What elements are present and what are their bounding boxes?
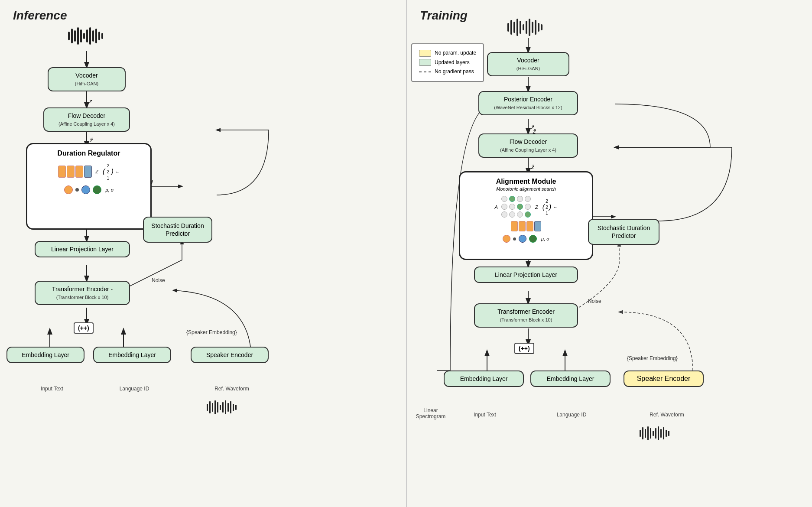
svg-rect-57 (529, 19, 530, 36)
svg-rect-34 (233, 404, 234, 411)
svg-rect-18 (86, 29, 88, 42)
svg-rect-24 (207, 404, 208, 411)
legend-dashed-line (419, 72, 431, 72)
inference-language-id-label: Language ID (100, 386, 169, 392)
training-vocoder: Vocoder (HiFi-GAN) (487, 52, 569, 76)
training-embed2: Embedding Layer (530, 370, 611, 387)
training-transformer-enc: Transformer Encoder (Transformer Block x… (474, 303, 578, 328)
svg-rect-26 (212, 403, 213, 412)
svg-rect-52 (513, 22, 515, 33)
training-noise-label: Noise (588, 298, 601, 304)
svg-rect-53 (516, 19, 518, 36)
training-panel: Training No param. update Updated layers… (407, 0, 812, 507)
svg-rect-21 (95, 29, 97, 43)
svg-rect-54 (520, 21, 521, 34)
inference-waveform-output (67, 25, 106, 51)
inference-transformer-enc: Transformer Encoder - (Transformer Block… (35, 281, 130, 305)
inference-linear-proj: Linear Projection Layer (35, 241, 130, 257)
inference-embed1: Embedding Layer (6, 347, 84, 363)
svg-rect-35 (235, 405, 237, 410)
training-speaker-emb-label: {Speaker Embedding} (627, 355, 678, 361)
svg-rect-68 (655, 428, 656, 439)
legend-no-grad: No gradient pass (419, 67, 476, 77)
svg-rect-23 (101, 33, 103, 39)
inference-flow-decoder: Flow Decoder (Affine Coupling Layer x 4) (43, 107, 130, 132)
inference-stochastic-dur: Stochastic Duration Predictor (143, 217, 212, 243)
training-linear-proj: Linear Projection Layer (474, 266, 578, 283)
inference-panel: Inference z z̃ d (0, 0, 406, 507)
svg-rect-71 (663, 427, 664, 439)
training-linear-spec-label: Linear Spectrogram (409, 407, 452, 419)
svg-rect-50 (507, 23, 509, 32)
svg-text:z̃: z̃ (531, 164, 535, 170)
alignment-module-label: Alignment Module (496, 178, 556, 185)
svg-rect-17 (83, 33, 85, 39)
svg-rect-67 (653, 431, 654, 436)
svg-rect-22 (98, 32, 100, 40)
inference-vocoder: Vocoder (HiFi-GAN) (48, 67, 126, 91)
training-alignment-module: Alignment Module Monotonic alignment sea… (459, 171, 593, 260)
svg-rect-65 (647, 426, 649, 440)
training-flow-decoder: Flow Decoder (Affine Coupling Layer x 4) (478, 133, 578, 158)
svg-rect-66 (650, 428, 651, 439)
inference-concat-symbol: (++) (74, 324, 94, 332)
svg-rect-32 (227, 403, 229, 412)
svg-rect-29 (220, 405, 221, 410)
svg-rect-60 (538, 23, 539, 32)
training-waveform-output (507, 16, 546, 40)
inference-speaker-enc: Speaker Encoder (191, 347, 269, 363)
svg-rect-63 (642, 427, 643, 439)
training-title: Training (420, 9, 804, 23)
svg-rect-14 (74, 30, 76, 42)
svg-rect-15 (77, 27, 79, 45)
inference-duration-regulator: Duration Regulator Z ( 221 (26, 143, 152, 230)
svg-rect-55 (523, 24, 524, 30)
training-ref-waveform-label: Ref. Waveform (630, 412, 704, 418)
training-embed1: Embedding Layer (444, 370, 524, 387)
svg-rect-16 (80, 29, 82, 42)
inference-speaker-emb-label: {Speaker Embedding} (186, 329, 237, 335)
svg-rect-31 (225, 400, 226, 414)
svg-text:z̃: z̃ (89, 137, 93, 143)
svg-rect-62 (640, 430, 641, 437)
inference-ref-waveform-icon (206, 399, 240, 418)
training-input-text-label: Input Text (448, 412, 522, 418)
svg-rect-13 (71, 29, 73, 43)
training-concat-symbol: (++) (514, 344, 534, 352)
inference-embed2: Embedding Layer (93, 347, 171, 363)
training-language-id-label: Language ID (535, 412, 608, 418)
svg-rect-25 (209, 401, 211, 413)
svg-rect-27 (214, 400, 216, 414)
training-ref-waveform-icon (639, 425, 673, 444)
training-stochastic-dur: Stochastic Duration Predictor (588, 219, 659, 245)
legend: No param. update Updated layers No gradi… (411, 43, 484, 82)
svg-rect-33 (230, 401, 231, 413)
inference-ref-waveform-label: Ref. Waveform (197, 386, 266, 392)
legend-updated: Updated layers (419, 58, 476, 68)
duration-regulator-label: Duration Regulator (58, 150, 120, 157)
main-container: Inference z z̃ d (0, 0, 812, 507)
svg-rect-12 (68, 32, 70, 40)
inference-title: Inference (13, 9, 397, 23)
alignment-sub: Monotonic alignment search (496, 186, 556, 192)
svg-rect-19 (89, 27, 91, 45)
svg-rect-64 (645, 429, 646, 438)
svg-rect-70 (660, 429, 662, 438)
svg-text:z: z (89, 98, 92, 104)
svg-rect-73 (668, 431, 669, 436)
svg-rect-20 (92, 30, 94, 42)
svg-rect-58 (532, 22, 533, 33)
svg-rect-61 (541, 24, 542, 30)
svg-rect-28 (217, 402, 218, 413)
inference-input-text-label: Input Text (17, 386, 87, 392)
svg-rect-59 (535, 20, 536, 35)
training-posterior-enc: Posterior Encoder (WaveNet Residual Bloc… (478, 91, 578, 115)
legend-green-box (419, 59, 431, 66)
svg-rect-51 (510, 20, 512, 35)
legend-no-param: No param. update (419, 49, 476, 58)
inference-noise-label: Noise (152, 277, 165, 283)
svg-rect-69 (658, 426, 659, 440)
svg-rect-56 (526, 21, 527, 34)
svg-rect-72 (666, 430, 667, 437)
training-speaker-enc: Speaker Encoder (624, 370, 704, 387)
